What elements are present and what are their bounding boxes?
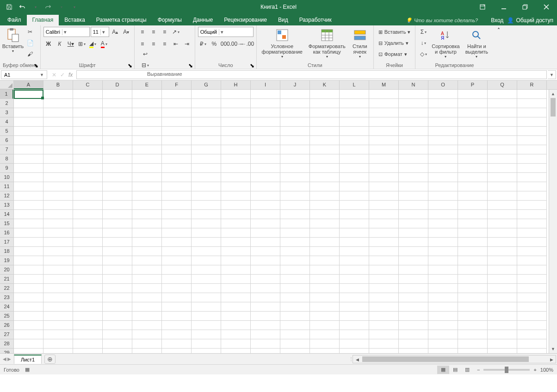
cell[interactable]: [162, 136, 192, 145]
cell[interactable]: [458, 117, 488, 127]
zoom-out-button[interactable]: −: [477, 367, 480, 373]
cell[interactable]: [517, 247, 547, 256]
cell[interactable]: [369, 145, 399, 154]
row-header-23[interactable]: 23: [0, 293, 13, 302]
cell[interactable]: [488, 191, 517, 201]
cell[interactable]: [369, 256, 399, 265]
cell[interactable]: [458, 173, 488, 182]
cell[interactable]: [251, 339, 280, 349]
row-header-19[interactable]: 19: [0, 256, 13, 265]
name-box[interactable]: A1▼: [1, 70, 47, 79]
clear-button[interactable]: ◇: [418, 49, 428, 59]
column-header-E[interactable]: E: [132, 80, 162, 89]
cell[interactable]: [488, 136, 517, 145]
cell[interactable]: [280, 127, 310, 136]
column-header-N[interactable]: N: [399, 80, 428, 89]
cell[interactable]: [310, 164, 340, 173]
cell[interactable]: [517, 265, 547, 275]
cell[interactable]: [221, 90, 251, 99]
cell[interactable]: [162, 284, 192, 293]
cell[interactable]: [340, 201, 369, 210]
cell[interactable]: [132, 90, 162, 99]
cell[interactable]: [103, 127, 132, 136]
row-header-20[interactable]: 20: [0, 265, 13, 275]
decrease-indent-button[interactable]: ⇤: [171, 39, 181, 49]
orientation-button[interactable]: ↗: [171, 27, 181, 37]
wrap-text-button[interactable]: ↩: [139, 49, 151, 59]
cell[interactable]: [132, 302, 162, 312]
cell[interactable]: [488, 117, 517, 127]
row-header-5[interactable]: 5: [0, 127, 13, 136]
decrease-decimal-button[interactable]: ←.00: [242, 39, 253, 49]
cell[interactable]: [340, 164, 369, 173]
cell[interactable]: [14, 321, 43, 330]
cell[interactable]: [310, 228, 340, 238]
cell[interactable]: [162, 275, 192, 284]
cell[interactable]: [517, 219, 547, 228]
cell[interactable]: [280, 284, 310, 293]
cell[interactable]: [43, 228, 73, 238]
row-header-2[interactable]: 2: [0, 99, 13, 108]
cell[interactable]: [14, 127, 43, 136]
cell[interactable]: [310, 238, 340, 247]
cell[interactable]: [428, 127, 458, 136]
cell[interactable]: [221, 284, 251, 293]
cell[interactable]: [43, 219, 73, 228]
cell[interactable]: [458, 265, 488, 275]
cell[interactable]: [280, 349, 310, 353]
cell[interactable]: [340, 228, 369, 238]
cell[interactable]: [73, 191, 103, 201]
number-format-combo[interactable]: Общий▾: [198, 27, 254, 37]
cell[interactable]: [428, 136, 458, 145]
cell[interactable]: [280, 247, 310, 256]
cell[interactable]: [192, 293, 221, 302]
cell[interactable]: [221, 182, 251, 191]
cell[interactable]: [458, 90, 488, 99]
cell[interactable]: [162, 228, 192, 238]
scroll-down-button[interactable]: ▼: [549, 345, 557, 353]
cell[interactable]: [103, 154, 132, 164]
cell[interactable]: [280, 108, 310, 117]
column-header-R[interactable]: R: [517, 80, 547, 89]
cell[interactable]: [488, 219, 517, 228]
cell[interactable]: [428, 312, 458, 321]
cell[interactable]: [221, 136, 251, 145]
cell[interactable]: [43, 210, 73, 219]
cell[interactable]: [103, 275, 132, 284]
normal-view-button[interactable]: ▦: [437, 366, 449, 374]
cell[interactable]: [399, 247, 428, 256]
cell[interactable]: [251, 99, 280, 108]
cell[interactable]: [251, 238, 280, 247]
cell[interactable]: [399, 349, 428, 353]
cell[interactable]: [280, 265, 310, 275]
cell[interactable]: [428, 210, 458, 219]
cell[interactable]: [517, 302, 547, 312]
cell[interactable]: [369, 173, 399, 182]
cell[interactable]: [132, 256, 162, 265]
cell[interactable]: [162, 182, 192, 191]
cell[interactable]: [14, 173, 43, 182]
cell[interactable]: [251, 293, 280, 302]
cell[interactable]: [251, 312, 280, 321]
sheet-tab-1[interactable]: Лист1: [14, 355, 42, 364]
cell[interactable]: [428, 293, 458, 302]
cell[interactable]: [340, 265, 369, 275]
cell[interactable]: [221, 117, 251, 127]
cell[interactable]: [369, 238, 399, 247]
cell[interactable]: [428, 90, 458, 99]
cell[interactable]: [192, 238, 221, 247]
cell[interactable]: [73, 275, 103, 284]
cell[interactable]: [428, 164, 458, 173]
cell[interactable]: [488, 99, 517, 108]
cell[interactable]: [280, 99, 310, 108]
cell[interactable]: [310, 210, 340, 219]
cell[interactable]: [162, 90, 192, 99]
number-dialog-launcher[interactable]: ⬊: [250, 62, 255, 68]
cell[interactable]: [73, 117, 103, 127]
cell[interactable]: [221, 108, 251, 117]
cell[interactable]: [428, 265, 458, 275]
cell[interactable]: [280, 164, 310, 173]
cell[interactable]: [369, 284, 399, 293]
cell[interactable]: [488, 127, 517, 136]
fill-button[interactable]: ↓: [418, 38, 428, 48]
